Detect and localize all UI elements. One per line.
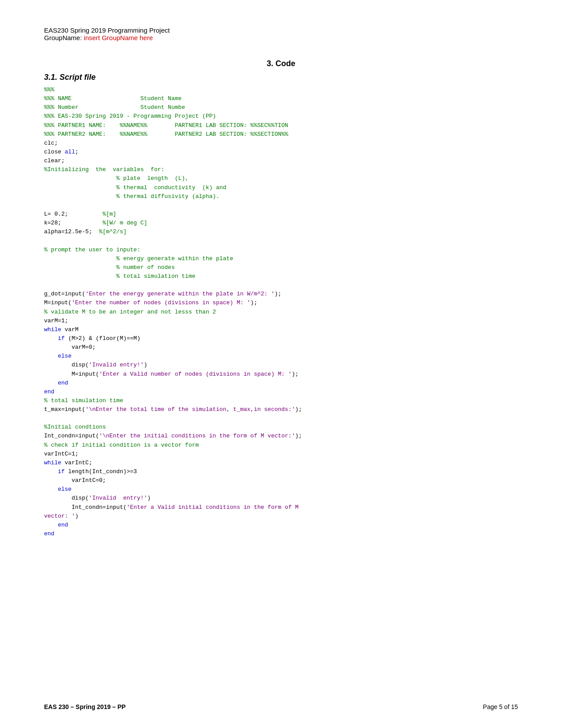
- header-line1: EAS230 Spring 2019 Programming Project: [44, 26, 518, 34]
- subsection-title: 3.1. Script file: [44, 73, 518, 82]
- footer-right: Page 5 of 15: [483, 703, 518, 710]
- header: EAS230 Spring 2019 Programming Project G…: [44, 26, 518, 41]
- groupname-label: GroupName:: [44, 34, 84, 41]
- footer: EAS 230 – Spring 2019 – PP Page 5 of 15: [44, 703, 518, 710]
- footer-left: EAS 230 – Spring 2019 – PP: [44, 703, 126, 710]
- page: EAS230 Spring 2019 Programming Project G…: [0, 0, 562, 728]
- section-title: 3. Code: [44, 59, 518, 68]
- groupname-value: insert GroupName here: [84, 34, 153, 41]
- header-line2: GroupName: insert GroupName here: [44, 34, 518, 41]
- code-block: %%% %%% NAME Student Name %%% Number Stu…: [44, 86, 518, 538]
